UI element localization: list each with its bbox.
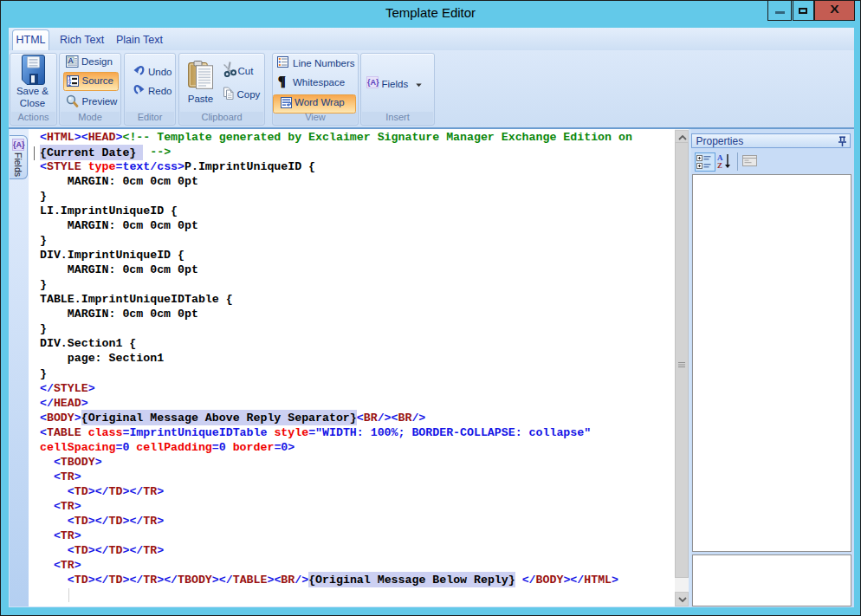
svg-text:2: 2 bbox=[68, 81, 72, 87]
svg-text:Z: Z bbox=[717, 161, 722, 170]
svg-text:A: A bbox=[68, 56, 74, 65]
